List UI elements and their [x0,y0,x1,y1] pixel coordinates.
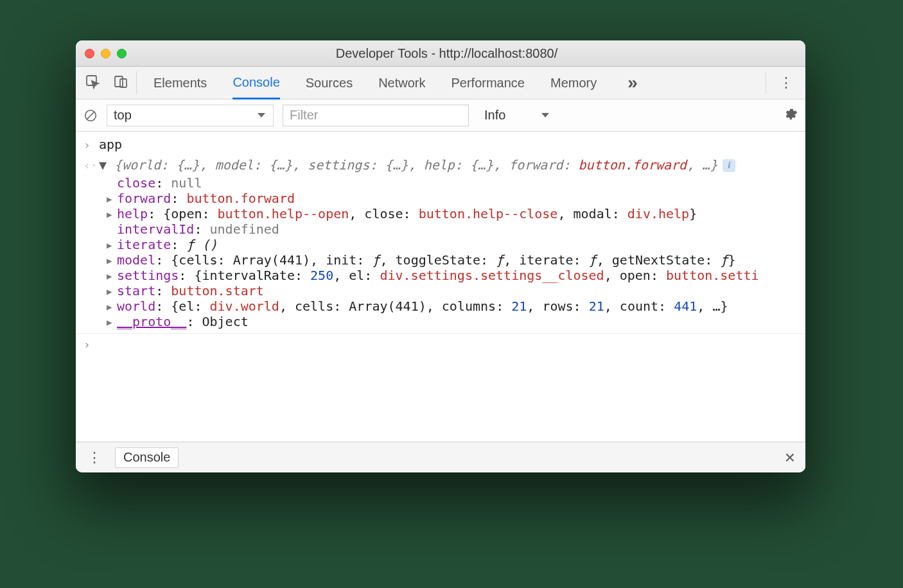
chevron-down-icon [540,108,550,123]
console-input-text: app [99,137,122,152]
prop-world[interactable]: ▶world: {el: div.world, cells: Array(441… [76,298,805,314]
console-prompt[interactable]: › [76,333,805,354]
minimize-window-icon[interactable] [101,49,110,58]
inspect-element-icon[interactable] [85,74,100,92]
chevron-down-icon [256,108,267,123]
traffic-lights [85,49,127,58]
prop-intervalId[interactable]: intervalId: undefined [76,221,805,237]
drawer-tab-console[interactable]: Console [115,447,179,468]
svg-line-4 [87,112,94,119]
result-icon: ‹· [83,157,99,172]
close-window-icon[interactable] [85,49,94,58]
prop-help[interactable]: ▶help: {open: button.help--open, close: … [76,206,805,221]
tabs-overflow-icon[interactable]: » [627,73,638,93]
prop-start[interactable]: ▶start: button.start [76,283,805,298]
console-filter-input[interactable] [283,105,469,126]
window-title: Developer Tools - http://localhost:8080/ [127,46,805,61]
tab-elements[interactable]: Elements [153,67,207,99]
console-toolbar: top Info [76,99,805,132]
tab-performance[interactable]: Performance [452,67,525,99]
info-badge-icon[interactable]: i [723,159,735,172]
execution-context-select[interactable]: top [107,105,274,126]
panel-tabs: Elements Console Sources Network Perform… [76,67,805,99]
devtools-window: Developer Tools - http://localhost:8080/… [76,40,805,472]
tab-console[interactable]: Console [232,67,279,99]
titlebar: Developer Tools - http://localhost:8080/ [76,40,805,67]
prop-close[interactable]: close: null [76,175,805,191]
log-level-select[interactable]: Info [478,105,581,126]
svg-rect-2 [120,79,127,87]
svg-rect-1 [115,76,123,87]
prop-settings[interactable]: ▶settings: {intervalRate: 250, el: div.s… [76,268,805,283]
tab-memory[interactable]: Memory [550,67,597,99]
prop-proto[interactable]: ▶__proto__: Object [76,314,805,329]
tab-sources[interactable]: Sources [306,67,353,99]
zoom-window-icon[interactable] [117,49,127,58]
prompt-icon: › [83,137,99,151]
close-drawer-icon[interactable]: × [781,447,799,468]
console-output: › app ‹· ▼ {world: {…}, model: {…}, sett… [76,132,805,442]
prompt-icon: › [83,336,99,351]
drawer-footer: ⋮ Console × [76,442,805,472]
prop-iterate[interactable]: ▶iterate: ƒ () [76,237,805,252]
prop-model[interactable]: ▶model: {cells: Array(441), init: ƒ, tog… [76,252,805,268]
console-input-row[interactable]: › app [76,134,805,155]
clear-console-icon[interactable] [83,108,98,123]
tab-network[interactable]: Network [378,67,425,99]
log-level-value: Info [484,108,505,123]
prop-forward[interactable]: ▶forward: button.forward [76,191,805,206]
console-result-summary: ▼ {world: {…}, model: {…}, settings: {…}… [99,157,735,173]
console-settings-icon[interactable] [784,107,798,124]
device-toolbar-icon[interactable] [113,74,128,92]
drawer-menu-icon[interactable]: ⋮ [82,449,107,466]
console-result-row[interactable]: ‹· ▼ {world: {…}, model: {…}, settings: … [76,155,805,175]
execution-context-value: top [114,108,132,123]
devtools-menu-icon[interactable]: ⋮ [774,74,799,91]
